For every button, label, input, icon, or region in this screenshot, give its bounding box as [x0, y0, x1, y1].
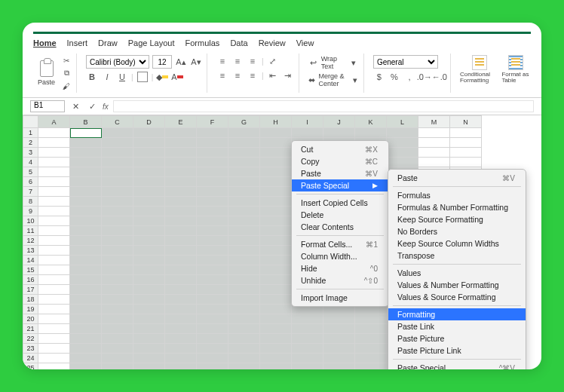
tab-review[interactable]: Review [259, 38, 286, 47]
cell-H14[interactable] [260, 256, 292, 265]
cell-A10[interactable] [38, 216, 70, 226]
tab-draw[interactable]: Draw [98, 38, 118, 47]
cell-E23[interactable] [165, 344, 197, 354]
row-header-20[interactable]: 20 [23, 314, 38, 324]
cell-G18[interactable] [228, 295, 260, 305]
row-header-3[interactable]: 3 [23, 148, 38, 158]
row-header-21[interactable]: 21 [23, 324, 38, 334]
cell-C16[interactable] [102, 275, 133, 285]
cell-C1[interactable] [102, 128, 133, 138]
cell-D15[interactable] [133, 265, 165, 275]
cell-G2[interactable] [228, 138, 260, 148]
cell-A7[interactable] [38, 187, 70, 197]
cell-C20[interactable] [102, 314, 133, 324]
row-header-10[interactable]: 10 [23, 216, 38, 226]
cell-N3[interactable] [450, 148, 482, 158]
cell-D20[interactable] [133, 314, 165, 324]
row-header-25[interactable]: 25 [23, 363, 38, 370]
cell-E1[interactable] [165, 128, 197, 138]
cell-E19[interactable] [165, 305, 197, 314]
cell-G24[interactable] [228, 354, 260, 363]
cell-B23[interactable] [70, 344, 102, 354]
cell-E20[interactable] [165, 314, 197, 324]
cell-A23[interactable] [38, 344, 70, 354]
bold-button[interactable]: B [86, 71, 98, 83]
cell-M1[interactable] [418, 128, 450, 138]
cell-E8[interactable] [165, 197, 197, 207]
cell-F24[interactable] [197, 354, 228, 363]
cell-B7[interactable] [70, 187, 102, 197]
row-header-5[interactable]: 5 [23, 167, 38, 177]
menu-item-values[interactable]: Values [388, 267, 526, 279]
cell-B18[interactable] [70, 295, 102, 305]
enter-icon[interactable]: ✓ [86, 100, 98, 112]
cell-H20[interactable] [260, 314, 292, 324]
cell-I1[interactable] [292, 128, 323, 138]
italic-button[interactable]: I [101, 71, 113, 83]
cell-G15[interactable] [228, 265, 260, 275]
align-top-icon[interactable]: ≡ [216, 55, 228, 67]
cell-A14[interactable] [38, 256, 70, 265]
fx-label[interactable]: fx [103, 103, 109, 111]
menu-item-cut[interactable]: Cut⌘X [292, 143, 388, 155]
cell-G7[interactable] [228, 187, 260, 197]
cell-H13[interactable] [260, 246, 292, 256]
cell-A5[interactable] [38, 167, 70, 177]
cell-G17[interactable] [228, 285, 260, 295]
cell-G20[interactable] [228, 314, 260, 324]
cell-G12[interactable] [228, 236, 260, 246]
cell-J21[interactable] [323, 324, 355, 334]
cell-D16[interactable] [133, 275, 165, 285]
cell-C3[interactable] [102, 148, 133, 158]
cell-H18[interactable] [260, 295, 292, 305]
cell-A1[interactable] [38, 128, 70, 138]
cell-A24[interactable] [38, 354, 70, 363]
merge-center-label[interactable]: Merge & Center [319, 72, 348, 87]
cell-D11[interactable] [133, 226, 165, 236]
cell-C17[interactable] [102, 285, 133, 295]
cell-C4[interactable] [102, 158, 133, 167]
cell-E10[interactable] [165, 216, 197, 226]
cell-E24[interactable] [165, 354, 197, 363]
cell-B25[interactable] [70, 363, 102, 370]
cell-F20[interactable] [197, 314, 228, 324]
indent-decrease-icon[interactable]: ⇤ [267, 69, 279, 81]
cell-K25[interactable] [355, 363, 387, 370]
cell-F14[interactable] [197, 256, 228, 265]
cell-F21[interactable] [197, 324, 228, 334]
decrease-font-icon[interactable]: A▾ [190, 56, 202, 68]
row-header-19[interactable]: 19 [23, 305, 38, 314]
cell-B22[interactable] [70, 334, 102, 344]
cell-C22[interactable] [102, 334, 133, 344]
cell-D25[interactable] [133, 363, 165, 370]
align-right-icon[interactable]: ≡ [247, 69, 259, 81]
cell-D9[interactable] [133, 207, 165, 216]
tab-insert[interactable]: Insert [67, 38, 88, 47]
cell-E7[interactable] [165, 187, 197, 197]
menu-item-paste-picture[interactable]: Paste Picture [388, 332, 526, 345]
cell-H3[interactable] [260, 148, 292, 158]
cell-I22[interactable] [292, 334, 323, 344]
menu-item-formatting[interactable]: Formatting [388, 308, 526, 320]
font-size-input[interactable] [152, 55, 172, 69]
cell-G22[interactable] [228, 334, 260, 344]
cell-F9[interactable] [197, 207, 228, 216]
menu-item-formulas-number-formatting[interactable]: Formulas & Number Formatting [388, 201, 526, 213]
cell-H12[interactable] [260, 236, 292, 246]
cell-H10[interactable] [260, 216, 292, 226]
wrap-text-icon[interactable]: ↩ [308, 57, 318, 69]
cell-A8[interactable] [38, 197, 70, 207]
cell-G6[interactable] [228, 177, 260, 187]
col-header-N[interactable]: N [450, 116, 482, 128]
formula-input[interactable] [113, 100, 534, 112]
col-header-I[interactable]: I [292, 116, 323, 128]
cell-N1[interactable] [450, 128, 482, 138]
cell-A19[interactable] [38, 305, 70, 314]
cell-B20[interactable] [70, 314, 102, 324]
cell-H5[interactable] [260, 167, 292, 177]
cell-G10[interactable] [228, 216, 260, 226]
row-header-8[interactable]: 8 [23, 197, 38, 207]
cell-H22[interactable] [260, 334, 292, 344]
row-header-11[interactable]: 11 [23, 226, 38, 236]
cell-C18[interactable] [102, 295, 133, 305]
